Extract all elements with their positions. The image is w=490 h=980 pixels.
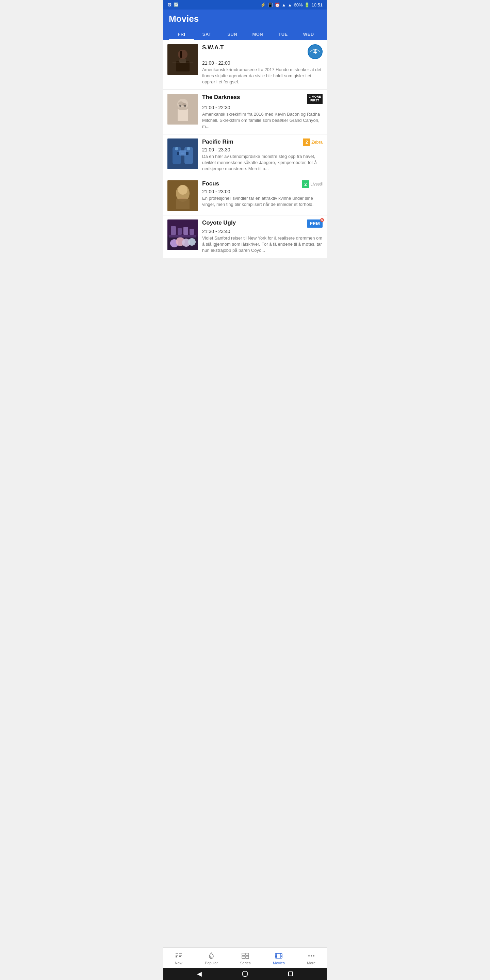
app-header: Movies FRI SAT SUN MON TUE WED	[163, 10, 327, 40]
movie-time: 21:00 - 22:30	[202, 105, 323, 110]
recents-button[interactable]	[288, 972, 293, 976]
livsstil-label: Livsstil	[310, 182, 323, 186]
movie-description: En profesjonell svindler tar en attrakti…	[202, 195, 323, 208]
movie-title: S.W.A.T	[202, 44, 224, 51]
channel-badge-zebra: 2 Zebra	[303, 138, 323, 146]
nav-item-more[interactable]: More	[303, 950, 320, 966]
channel-badge-livsstil: 2 Livsstil	[302, 180, 323, 188]
nav-item-movies[interactable]: Movies	[269, 950, 289, 966]
nav-item-series[interactable]: Series	[236, 950, 255, 966]
zebra-label: Zebra	[311, 140, 323, 145]
movie-thumbnail-swat	[167, 44, 198, 75]
movie-time: 21:00 - 22:00	[202, 60, 323, 66]
svg-rect-51	[246, 956, 249, 959]
svg-rect-48	[242, 953, 245, 956]
svg-point-15	[179, 105, 181, 107]
svg-rect-37	[171, 226, 176, 235]
nav-item-now[interactable]: Now	[170, 950, 187, 966]
more-icon	[307, 952, 315, 960]
svg-rect-39	[183, 227, 188, 235]
day-tabs: FRI SAT SUN MON TUE WED	[169, 28, 321, 40]
home-button[interactable]	[242, 971, 248, 977]
tab-fri[interactable]: FRI	[169, 28, 194, 40]
movie-description: Da en hær av utenomjordiske monstre steg…	[202, 153, 323, 172]
svg-rect-25	[179, 150, 186, 156]
movie-description: Amerikansk skrekkfilm fra 2016 med Kevin…	[202, 111, 323, 130]
system-nav-bar: ◀	[163, 968, 327, 980]
svg-point-20	[175, 147, 178, 150]
tab-tue[interactable]: TUE	[270, 28, 296, 40]
list-item[interactable]: Pacific Rim 2 Zebra 21:00 - 23:30 Da en …	[163, 134, 327, 177]
battery-icon: 🔋	[304, 2, 310, 8]
movie-time: 21:00 - 23:00	[202, 189, 323, 194]
nav-item-popular[interactable]: Popular	[201, 950, 222, 966]
bluetooth-icon: ⚡	[260, 2, 266, 8]
status-left: 🖼 🔄	[167, 2, 179, 7]
svg-rect-36	[169, 235, 196, 237]
svg-rect-50	[242, 956, 245, 959]
list-item[interactable]: The Darkness C MOREFIRST 21:00 - 22:30 A…	[163, 90, 327, 134]
photo-icon: 🖼	[167, 2, 172, 7]
zebra-badge: 2 Zebra	[303, 138, 323, 146]
back-button[interactable]: ◀	[197, 970, 202, 978]
svg-point-60	[311, 955, 312, 956]
series-icon	[241, 952, 250, 960]
bottom-nav: Now Popular Series	[163, 947, 327, 968]
svg-point-28	[178, 185, 188, 195]
zebra-number: 2	[303, 138, 310, 146]
movie-thumbnail-coyote	[167, 220, 198, 250]
svg-rect-38	[178, 228, 182, 235]
svg-point-35	[188, 238, 196, 246]
movie-thumbnail-darkness	[167, 94, 198, 124]
svg-point-14	[178, 107, 188, 110]
tab-sun[interactable]: SUN	[220, 28, 245, 40]
svg-point-16	[184, 105, 186, 107]
movie-info-pacific: Pacific Rim 2 Zebra 21:00 - 23:30 Da en …	[202, 138, 323, 172]
svg-point-1	[178, 50, 188, 59]
movie-thumbnail-focus	[167, 180, 198, 211]
livsstil-badge: 2 Livsstil	[302, 180, 323, 188]
svg-rect-3	[179, 59, 186, 63]
wifi-icon: ▲	[282, 2, 286, 8]
time-display: 10:51	[311, 2, 323, 8]
movie-title: The Darkness	[202, 94, 240, 101]
movie-info-swat: S.W.A.T 4 21:00 - 22:00 Amerikansk krimd…	[202, 44, 323, 86]
popular-icon	[207, 952, 215, 960]
svg-rect-49	[246, 953, 249, 956]
svg-point-61	[313, 955, 314, 956]
now-icon	[175, 952, 183, 960]
movie-info-focus: Focus 2 Livsstil 21:00 - 23:00 En profes…	[202, 180, 323, 208]
nav-label-movies: Movies	[273, 961, 285, 965]
vibrate-icon: 📳	[267, 2, 273, 8]
channel-badge-fem: FEM	[307, 220, 323, 228]
nav-label-popular: Popular	[205, 961, 218, 965]
list-item[interactable]: Focus 2 Livsstil 21:00 - 23:00 En profes…	[163, 176, 327, 215]
sync-icon: 🔄	[173, 2, 179, 7]
tab-mon[interactable]: MON	[245, 28, 270, 40]
livsstil-number: 2	[302, 180, 309, 188]
svg-rect-40	[189, 229, 194, 235]
channel-badge-cmore: C MOREFIRST	[307, 94, 323, 104]
movie-list: S.W.A.T 4 21:00 - 22:00 Amerikansk krimd…	[163, 40, 327, 258]
movie-title: Pacific Rim	[202, 138, 234, 145]
nav-label-now: Now	[175, 961, 182, 965]
status-bar: 🖼 🔄 ⚡ 📳 ⏰ ▲ ▲ 60% 🔋 10:51	[163, 0, 327, 10]
movie-title: Focus	[202, 180, 219, 187]
fem-badge: FEM	[307, 220, 323, 228]
page-title: Movies	[169, 14, 321, 28]
movie-description: Violet Sanford reiser til New York for å…	[202, 235, 323, 254]
status-right: ⚡ 📳 ⏰ ▲ ▲ 60% 🔋 10:51	[260, 2, 323, 8]
movie-time: 21:30 - 23:40	[202, 229, 323, 234]
list-item[interactable]: S.W.A.T 4 21:00 - 22:00 Amerikansk krimd…	[163, 40, 327, 90]
alarm-icon: ⏰	[275, 2, 280, 8]
svg-point-59	[308, 955, 310, 956]
tab-wed[interactable]: WED	[296, 28, 321, 40]
signal-icon: ▲	[288, 2, 292, 8]
list-item[interactable]: Coyote Ugly FEM 21:30 - 23:40 Violet San…	[163, 215, 327, 258]
movies-icon	[275, 952, 283, 960]
svg-rect-5	[180, 51, 182, 58]
svg-rect-13	[178, 109, 188, 121]
nav-label-series: Series	[240, 961, 250, 965]
cmore-badge: C MOREFIRST	[307, 94, 323, 104]
tab-sat[interactable]: SAT	[194, 28, 220, 40]
